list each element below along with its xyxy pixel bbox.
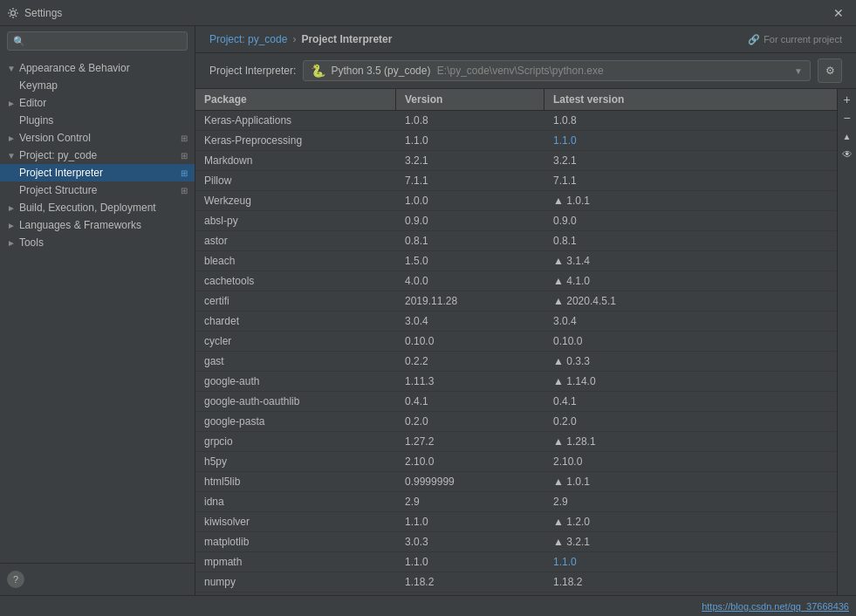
cell-package: numpy bbox=[195, 572, 396, 592]
table-row[interactable]: bleach1.5.0▲ 3.1.4 bbox=[195, 251, 837, 271]
table-row[interactable]: Keras-Applications1.0.81.0.8 bbox=[195, 111, 837, 131]
breadcrumb-current: Project Interpreter bbox=[301, 33, 392, 45]
cell-version: 1.1.0 bbox=[396, 552, 544, 572]
sidebar-item-appearance[interactable]: ▼ Appearance & Behavior bbox=[0, 59, 195, 77]
table-row[interactable]: Markdown3.2.13.2.1 bbox=[195, 151, 837, 171]
sidebar-item-version-control[interactable]: ► Version Control ⊞ bbox=[0, 129, 195, 147]
table-row[interactable]: h5py2.10.02.10.0 bbox=[195, 452, 837, 472]
table-row[interactable]: numpy1.18.21.18.2 bbox=[195, 572, 837, 592]
table-header: Package Version Latest version bbox=[195, 89, 837, 111]
for-current-project: 🔗 For current project bbox=[748, 34, 842, 45]
table-row[interactable]: mpmath1.1.01.1.0 bbox=[195, 552, 837, 572]
table-row[interactable]: absl-py0.9.00.9.0 bbox=[195, 211, 837, 231]
table-row[interactable]: chardet3.0.43.0.4 bbox=[195, 311, 837, 332]
table-row[interactable]: cachetools4.0.0▲ 4.1.0 bbox=[195, 271, 837, 291]
breadcrumb-parent[interactable]: Project: py_code bbox=[209, 33, 287, 45]
dropdown-arrow-icon: ▼ bbox=[794, 66, 803, 76]
table-row[interactable]: astor0.8.10.8.1 bbox=[195, 231, 837, 251]
footer-link[interactable]: https://blog.csdn.net/qq_37668436 bbox=[702, 601, 849, 612]
title-bar-left: Settings bbox=[7, 7, 62, 19]
cell-latest: 0.9.0 bbox=[544, 211, 837, 230]
interpreter-select[interactable]: 🐍 Python 3.5 (py_code) E:\py_code\venv\S… bbox=[303, 60, 811, 81]
package-table[interactable]: Package Version Latest version Keras-App… bbox=[195, 89, 837, 595]
scroll-up-button[interactable]: ▲ bbox=[839, 127, 856, 145]
cell-package: Werkzeug bbox=[195, 191, 396, 210]
cell-package: gast bbox=[195, 352, 396, 371]
add-package-button[interactable]: + bbox=[839, 91, 856, 108]
cell-version: 0.2.2 bbox=[396, 352, 544, 371]
sidebar-item-label: Plugins bbox=[19, 114, 188, 127]
table-row[interactable]: Pillow7.1.17.1.1 bbox=[195, 171, 837, 191]
search-input[interactable] bbox=[29, 35, 181, 47]
sidebar-item-label: Project Interpreter bbox=[19, 167, 177, 179]
cell-latest: ▲ 4.1.0 bbox=[544, 271, 837, 291]
cell-package: matplotlib bbox=[195, 532, 396, 551]
expand-arrow: ► bbox=[7, 203, 16, 213]
sidebar-item-project[interactable]: ▼ Project: py_code ⊞ bbox=[0, 147, 195, 164]
gear-icon: ⚙ bbox=[825, 65, 835, 77]
interpreter-name: Python 3.5 (py_code) E:\py_code\venv\Scr… bbox=[331, 65, 789, 77]
cell-latest: 2.10.0 bbox=[544, 452, 837, 471]
sidebar-item-project-interpreter[interactable]: Project Interpreter ⊞ bbox=[0, 164, 195, 181]
table-row[interactable]: kiwisolver1.1.0▲ 1.2.0 bbox=[195, 512, 837, 532]
table-row[interactable]: certifi2019.11.28▲ 2020.4.5.1 bbox=[195, 291, 837, 311]
cell-latest: 1.1.0 bbox=[544, 131, 837, 150]
close-button[interactable]: ✕ bbox=[828, 4, 849, 22]
sidebar-item-label: Project: py_code bbox=[19, 149, 177, 161]
cell-version: 1.0.8 bbox=[396, 111, 544, 130]
breadcrumb-separator: › bbox=[292, 33, 296, 45]
cell-package: certifi bbox=[195, 291, 396, 311]
expand-arrow: ► bbox=[7, 238, 16, 248]
sidebar-item-tools[interactable]: ► Tools bbox=[0, 234, 195, 251]
cell-version: 1.1.0 bbox=[396, 131, 544, 150]
cell-latest: ▲ 1.14.0 bbox=[544, 372, 837, 391]
table-row[interactable]: matplotlib3.0.3▲ 3.2.1 bbox=[195, 532, 837, 552]
cell-package: astor bbox=[195, 231, 396, 250]
table-row[interactable]: google-auth-oauthlib0.4.10.4.1 bbox=[195, 392, 837, 412]
expand-arrow: ▼ bbox=[7, 64, 16, 73]
cell-latest: 0.10.0 bbox=[544, 332, 837, 351]
sidebar: 🔍 ▼ Appearance & Behavior Keymap ► Edito… bbox=[0, 26, 195, 595]
table-row[interactable]: html5lib0.9999999▲ 1.0.1 bbox=[195, 472, 837, 492]
table-row[interactable]: Werkzeug1.0.0▲ 1.0.1 bbox=[195, 191, 837, 211]
table-row[interactable]: cycler0.10.00.10.0 bbox=[195, 332, 837, 352]
sidebar-item-label: Languages & Frameworks bbox=[19, 219, 188, 231]
sidebar-item-editor[interactable]: ► Editor bbox=[0, 94, 195, 112]
cell-version: 2019.11.28 bbox=[396, 291, 544, 311]
cell-package: grpcio bbox=[195, 432, 396, 451]
sidebar-item-keymap[interactable]: Keymap bbox=[0, 77, 195, 94]
remove-package-button[interactable]: − bbox=[839, 109, 856, 127]
help-button[interactable]: ? bbox=[7, 571, 24, 588]
cell-latest: 0.8.1 bbox=[544, 231, 837, 250]
interpreter-gear-button[interactable]: ⚙ bbox=[818, 58, 842, 83]
repo-icon: ⊞ bbox=[181, 133, 188, 143]
table-body: Keras-Applications1.0.81.0.8Keras-Prepro… bbox=[195, 111, 837, 592]
sidebar-tree: ▼ Appearance & Behavior Keymap ► Editor … bbox=[0, 56, 195, 563]
interpreter-row: Project Interpreter: 🐍 Python 3.5 (py_co… bbox=[195, 53, 856, 89]
cell-package: Pillow bbox=[195, 171, 396, 190]
cell-version: 1.0.0 bbox=[396, 191, 544, 210]
table-row[interactable]: grpcio1.27.2▲ 1.28.1 bbox=[195, 432, 837, 452]
cell-version: 4.0.0 bbox=[396, 271, 544, 291]
table-row[interactable]: google-pasta0.2.00.2.0 bbox=[195, 412, 837, 432]
table-row[interactable]: Keras-Preprocessing1.1.01.1.0 bbox=[195, 131, 837, 151]
cell-version: 0.9.0 bbox=[396, 211, 544, 230]
cell-latest: 2.9 bbox=[544, 492, 837, 511]
table-row[interactable]: google-auth1.11.3▲ 1.14.0 bbox=[195, 372, 837, 392]
interpreter-label: Project Interpreter: bbox=[209, 65, 296, 77]
table-row[interactable]: idna2.92.9 bbox=[195, 492, 837, 512]
breadcrumb: Project: py_code › Project Interpreter 🔗… bbox=[195, 26, 856, 53]
eye-button[interactable]: 👁 bbox=[839, 146, 856, 163]
column-package: Package bbox=[195, 89, 396, 110]
cell-package: google-auth-oauthlib bbox=[195, 392, 396, 411]
search-box[interactable]: 🔍 bbox=[7, 31, 188, 51]
sidebar-item-project-structure[interactable]: Project Structure ⊞ bbox=[0, 181, 195, 199]
cell-version: 7.1.1 bbox=[396, 171, 544, 190]
sidebar-item-build-execution[interactable]: ► Build, Execution, Deployment bbox=[0, 199, 195, 216]
cell-latest: ▲ 1.0.1 bbox=[544, 472, 837, 491]
table-row[interactable]: gast0.2.2▲ 0.3.3 bbox=[195, 352, 837, 372]
sidebar-item-languages[interactable]: ► Languages & Frameworks bbox=[0, 216, 195, 234]
cell-package: html5lib bbox=[195, 472, 396, 491]
link-icon: 🔗 bbox=[748, 34, 760, 45]
sidebar-item-plugins[interactable]: Plugins bbox=[0, 112, 195, 129]
